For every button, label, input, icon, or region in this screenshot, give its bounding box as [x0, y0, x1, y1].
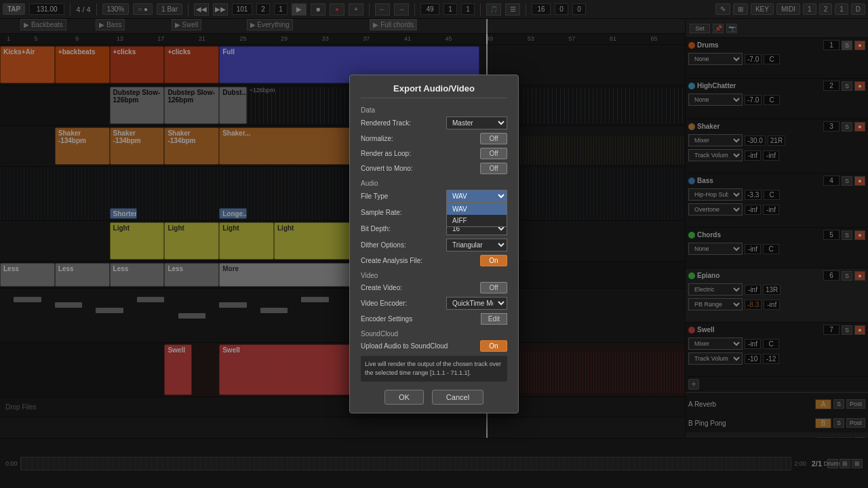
wav-option[interactable]: WAV [447, 203, 507, 215]
audio-section-label: Audio [361, 180, 507, 187]
modal-buttons: OK Cancel [361, 390, 507, 405]
file-type-label: File Type [361, 192, 446, 200]
upload-row: Upload Audio to SoundCloud On [361, 340, 507, 352]
rendered-track-row: Rendered Track: Master [361, 117, 507, 129]
normalize-row: Normalize: Off [361, 133, 507, 144]
analysis-row: Create Analysis File: On [361, 255, 507, 266]
cancel-button[interactable]: Cancel [432, 390, 484, 405]
video-section-label: Video [361, 272, 507, 279]
file-type-row: File Type WAV AIFF WAV AIFF [361, 190, 507, 203]
sample-rate-label: Sample Rate: [361, 209, 446, 216]
normalize-toggle[interactable]: Off [480, 133, 507, 144]
dither-label: Dither Options: [361, 241, 446, 249]
convert-mono-label: Convert to Mono: [361, 165, 480, 172]
encoder-select[interactable]: QuickTime Movie [446, 297, 507, 310]
convert-mono-row: Convert to Mono: Off [361, 163, 507, 174]
modal-title: Export Audio/Video [361, 83, 507, 98]
render-loop-label: Render as Loop: [361, 150, 480, 157]
analysis-label: Create Analysis File: [361, 257, 480, 264]
dither-row: Dither Options: Triangular Rectangular N… [361, 239, 507, 251]
rendered-track-select[interactable]: Master [446, 117, 507, 129]
ok-button[interactable]: OK [384, 390, 424, 405]
analysis-toggle[interactable]: On [480, 255, 507, 266]
file-type-dropdown-container: WAV AIFF WAV AIFF [446, 190, 507, 203]
encoder-settings-row: Encoder Settings Edit [361, 313, 507, 325]
render-loop-row: Render as Loop: Off [361, 148, 507, 159]
dither-select[interactable]: Triangular Rectangular None [446, 239, 507, 251]
create-video-label: Create Video: [361, 284, 480, 291]
modal-overlay[interactable]: Export Audio/Video Data Rendered Track: … [0, 0, 868, 488]
create-video-toggle[interactable]: Off [480, 282, 507, 293]
aiff-option[interactable]: AIFF [447, 215, 507, 226]
bit-depth-label: Bit Depth: [361, 225, 446, 232]
rendered-track-label: Rendered Track: [361, 119, 446, 127]
encoder-edit-button[interactable]: Edit [481, 313, 507, 325]
encoder-settings-label: Encoder Settings [361, 315, 481, 323]
encoder-label: Video Encoder: [361, 300, 446, 307]
data-section-label: Data [361, 106, 507, 114]
upload-label: Upload Audio to SoundCloud [361, 342, 480, 350]
convert-mono-toggle[interactable]: Off [480, 163, 507, 174]
export-dialog: Export Audio/Video Data Rendered Track: … [349, 75, 519, 413]
normalize-label: Normalize: [361, 135, 480, 142]
encoder-row: Video Encoder: QuickTime Movie [361, 297, 507, 310]
upload-toggle[interactable]: On [480, 340, 507, 352]
file-type-dropdown-open: WAV AIFF [446, 203, 507, 227]
file-type-select[interactable]: WAV AIFF [446, 190, 507, 203]
create-video-row: Create Video: Off [361, 282, 507, 293]
modal-info-text: Live will render the output of the chose… [361, 356, 507, 381]
render-loop-toggle[interactable]: Off [480, 148, 507, 159]
soundcloud-section-label: SoundCloud [361, 330, 507, 338]
